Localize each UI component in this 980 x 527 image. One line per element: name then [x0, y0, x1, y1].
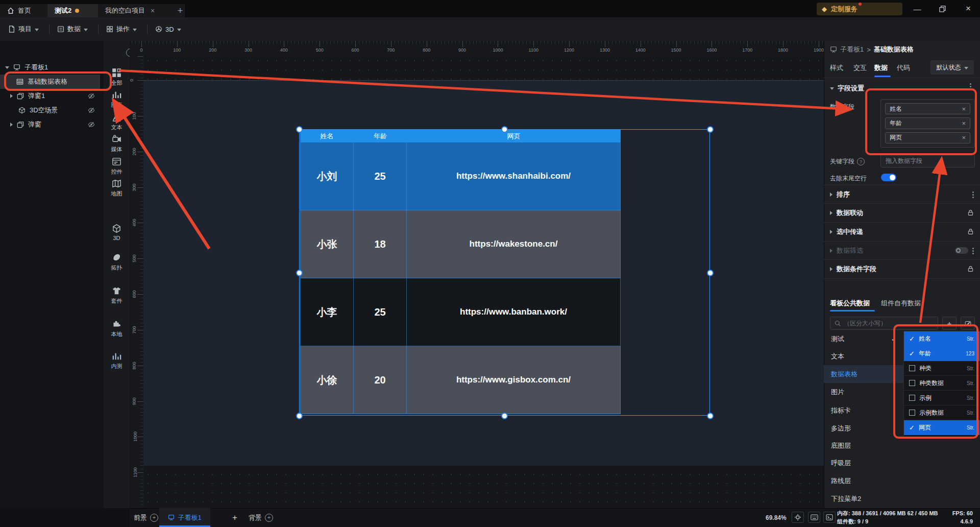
eye-off-icon[interactable] — [88, 121, 95, 128]
selection-handle[interactable] — [707, 413, 714, 419]
filter-toggle[interactable] — [955, 247, 968, 254]
toolbox-item-chart[interactable]: 图表 — [104, 90, 130, 109]
checkbox-icon[interactable] — [909, 395, 915, 401]
caret-right-icon[interactable] — [10, 123, 13, 127]
tab-code[interactable]: 代码 — [897, 63, 910, 73]
restore-button[interactable] — [935, 3, 950, 14]
trim-trailing-toggle[interactable] — [881, 174, 896, 181]
background-button[interactable]: 背景+ — [249, 508, 273, 527]
layer-item-board[interactable]: 子看板1 — [0, 60, 100, 75]
remove-icon[interactable]: × — [962, 134, 966, 141]
caret-right-icon[interactable] — [10, 94, 13, 98]
key-field-input[interactable]: 拖入数据字段 — [880, 154, 975, 167]
fit-screen-button[interactable] — [792, 512, 804, 523]
tab-interaction[interactable]: 交互 — [853, 63, 867, 73]
selection-handle[interactable] — [707, 270, 714, 276]
section-1[interactable]: 排序 — [824, 185, 980, 203]
dataset-item[interactable]: 测试✓ — [824, 331, 903, 347]
zoom-level[interactable]: 69.84% — [766, 508, 787, 527]
selection-handle[interactable] — [296, 126, 303, 133]
dataset-item[interactable]: 底图层 — [824, 437, 903, 454]
toolbox-item-widget[interactable]: 控件 — [104, 157, 130, 176]
caret-down-icon[interactable] — [5, 66, 9, 69]
toolbox-item-beta[interactable]: 内测 — [104, 351, 130, 370]
data-field-chips[interactable]: 姓名×年龄×网页× — [880, 99, 975, 148]
layer-item-popup1[interactable]: 弹窗1 — [0, 89, 100, 103]
checkbox-icon[interactable] — [909, 380, 915, 386]
tab-data[interactable]: 数据 — [874, 63, 888, 73]
tab-component-data[interactable]: 组件自有数据 — [881, 299, 921, 308]
dataset-item[interactable]: 多边形 — [824, 419, 903, 437]
selection-handle[interactable] — [501, 126, 508, 133]
tab-board-data[interactable]: 看板公共数据 — [830, 299, 870, 308]
kebab-menu-icon[interactable] — [972, 248, 974, 249]
toolbox-item-text[interactable]: 文本 — [104, 112, 130, 131]
toolbox-item-cube[interactable]: 3D — [104, 224, 130, 241]
menu-3d[interactable]: 3D — [155, 17, 181, 41]
menu-actions[interactable]: 操作 — [106, 17, 137, 41]
state-dropdown[interactable]: 默认状态 — [930, 60, 974, 75]
field-item[interactable]: 种类数据Str. — [904, 376, 979, 391]
help-icon[interactable]: ? — [857, 158, 865, 165]
field-chip[interactable]: 网页× — [885, 132, 970, 143]
menu-data[interactable]: 数据 — [57, 17, 88, 41]
field-item[interactable]: 示例数据Str. — [904, 405, 979, 420]
dataset-item[interactable]: 数据表格 — [824, 365, 903, 383]
field-item[interactable]: ✓年龄123 — [904, 346, 979, 361]
tab-close-icon[interactable]: × — [151, 7, 155, 15]
field-item[interactable]: 示例Str. — [904, 391, 979, 405]
breadcrumb-parent[interactable]: 子看板1 — [840, 45, 864, 54]
selection-handle[interactable] — [501, 413, 508, 419]
section-3[interactable]: 选中传递 — [824, 222, 980, 241]
dataset-item[interactable]: 文本 — [824, 347, 903, 365]
section-2[interactable]: 数据联动 — [824, 203, 980, 222]
kebab-menu-icon[interactable] — [970, 83, 971, 85]
field-chip[interactable]: 年龄× — [885, 117, 970, 129]
shortcut-keys-button[interactable] — [808, 512, 820, 523]
new-tab-button[interactable]: + — [172, 4, 189, 17]
selection-handle[interactable] — [707, 126, 714, 133]
circle-plus-icon[interactable]: + — [265, 514, 273, 522]
tab-style[interactable]: 样式 — [830, 63, 843, 73]
toolbox-item-kit[interactable]: 套件 — [104, 286, 130, 305]
menu-project[interactable]: 项目 — [8, 17, 39, 41]
board-page-tab[interactable]: 子看板1 — [159, 508, 210, 527]
selection-handle[interactable] — [296, 270, 303, 276]
section-5[interactable]: 数据条件字段 — [824, 259, 980, 278]
toolbox-item-topology[interactable]: 拓扑 — [104, 253, 130, 272]
dataset-item[interactable]: 呼吸层 — [824, 454, 903, 472]
foreground-button[interactable]: 前景+ — [134, 508, 158, 527]
search-input[interactable]: （区分大小写） — [830, 317, 938, 330]
field-item[interactable]: ✓姓名Str. — [904, 331, 979, 346]
edit-dataset-button[interactable] — [961, 317, 975, 330]
add-page-button[interactable]: + — [232, 508, 237, 527]
minimize-button[interactable]: — — [910, 3, 925, 14]
layer-item-popup[interactable]: 弹窗 — [0, 117, 100, 132]
dataset-item[interactable]: 图片 — [824, 383, 903, 401]
checkbox-icon[interactable] — [909, 365, 915, 371]
field-chip[interactable]: 姓名× — [885, 103, 970, 114]
dataset-item[interactable]: 指标卡 — [824, 401, 903, 419]
remove-icon[interactable]: × — [962, 105, 966, 113]
field-item[interactable]: 种类Str. — [904, 361, 979, 376]
add-dataset-button[interactable]: + — [942, 317, 957, 330]
toolbox-item-all[interactable]: 全部 — [104, 68, 130, 87]
close-button[interactable]: × — [961, 3, 976, 14]
custom-service-badge[interactable]: ◆ 定制服务 — [817, 3, 902, 15]
remove-icon[interactable]: × — [962, 119, 966, 127]
eye-off-icon[interactable] — [88, 92, 95, 100]
kebab-menu-icon[interactable] — [972, 191, 974, 193]
field-settings-header[interactable]: 字段设置 — [830, 84, 864, 93]
layer-item-basic-table[interactable]: 基础数据表格 — [0, 75, 100, 89]
selection-handle[interactable] — [296, 413, 303, 419]
dataset-item[interactable]: 下拉菜单2 — [824, 490, 903, 508]
layer-item-3d-scene[interactable]: 3D空场景 — [0, 103, 100, 117]
section-4[interactable]: 数据筛选 — [824, 241, 980, 259]
toolbox-item-local[interactable]: 本地 — [104, 319, 130, 338]
toolbox-item-map[interactable]: 地图 — [104, 179, 130, 198]
dataset-item[interactable]: 路线层 — [824, 472, 903, 490]
field-item[interactable]: ✓网页Str. — [904, 420, 979, 435]
checkbox-icon[interactable] — [909, 410, 915, 416]
circle-plus-icon[interactable]: + — [150, 514, 158, 522]
eye-off-icon[interactable] — [88, 107, 95, 114]
